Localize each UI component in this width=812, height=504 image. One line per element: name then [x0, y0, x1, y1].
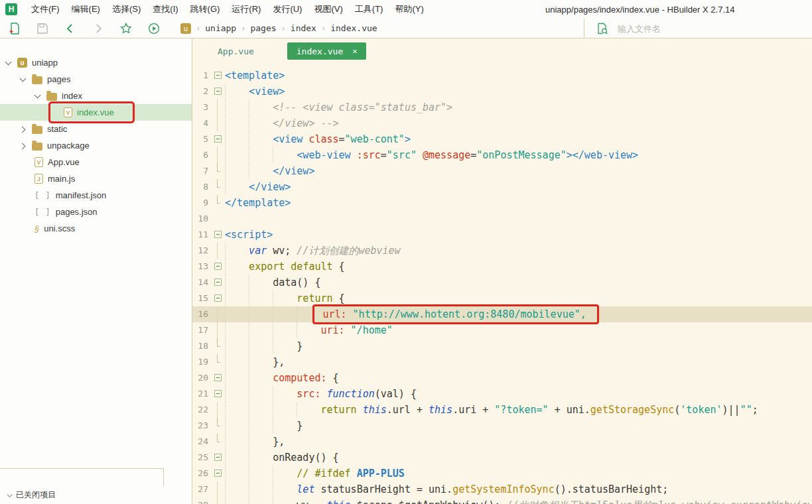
code-text: var wv; //计划创建的webview — [225, 243, 401, 259]
code-line-14[interactable]: 14data() { — [192, 275, 812, 290]
tab-index.vue[interactable]: index.vue✕ — [287, 42, 367, 60]
code-line-20[interactable]: 20computed: { — [192, 370, 812, 386]
fold-guide — [214, 338, 223, 354]
close-tab-icon[interactable]: ✕ — [352, 46, 357, 56]
tree-item-pages[interactable]: pages — [0, 71, 192, 88]
chevron-right-icon[interactable] — [20, 143, 27, 149]
code-line-21[interactable]: 21src: function(val) { — [192, 386, 812, 402]
tree-item-index[interactable]: index — [0, 88, 192, 104]
code-line-22[interactable]: 22return this.url + this.uri + "?token="… — [192, 402, 812, 418]
code-line-12[interactable]: 12var wv; //计划创建的webview — [192, 243, 812, 259]
chevron-down-icon[interactable] — [20, 76, 27, 83]
code-line-11[interactable]: 11<script> — [192, 227, 812, 243]
search-input[interactable] — [618, 24, 783, 34]
breadcrumb-separator-icon: › — [321, 24, 326, 33]
code-line-8[interactable]: 8</view> — [192, 179, 812, 195]
fold-toggle-icon[interactable] — [214, 84, 223, 99]
line-number: 27 — [192, 481, 208, 497]
breadcrumb-item[interactable]: index — [291, 23, 316, 33]
line-number: 9 — [192, 195, 208, 211]
code-line-27[interactable]: 27let statusBarHeight = uni.getSystemInf… — [192, 481, 812, 497]
code-line-23[interactable]: 23} — [192, 418, 812, 434]
fold-toggle-icon[interactable] — [214, 386, 223, 402]
forward-button[interactable] — [92, 22, 105, 35]
chevron-right-icon[interactable] — [20, 126, 27, 133]
menu-item-5[interactable]: 运行(R) — [226, 1, 267, 18]
breadcrumb-item[interactable]: uniapp — [205, 23, 236, 33]
save-button[interactable] — [36, 22, 49, 35]
menu-item-8[interactable]: 工具(T) — [349, 1, 389, 18]
menu-item-9[interactable]: 帮助(Y) — [389, 1, 429, 18]
menu-item-3[interactable]: 查找(I) — [147, 1, 184, 18]
code-line-10[interactable]: 10 — [192, 211, 812, 227]
menu-item-2[interactable]: 选择(S) — [106, 1, 147, 18]
tree-item-index.vue[interactable]: Vindex.vue — [0, 104, 192, 121]
scss-file-icon: § — [34, 223, 39, 233]
fold-toggle-icon[interactable] — [214, 275, 223, 290]
fold-guide — [214, 322, 223, 338]
tree-item-label: static — [47, 124, 67, 134]
fold-guide — [214, 163, 223, 179]
breadcrumb-item[interactable]: index.vue — [330, 23, 377, 33]
tree-item-unpackage[interactable]: unpackage — [0, 137, 192, 154]
code-line-18[interactable]: 18} — [192, 338, 812, 354]
line-number: 14 — [192, 275, 208, 290]
back-button[interactable] — [64, 22, 77, 35]
code-text: <view> — [225, 84, 285, 99]
tree-item-manifest.json[interactable]: [ ]manifest.json — [0, 187, 192, 204]
code-line-3[interactable]: 3<!-- <view class="status_bar"> — [192, 99, 812, 115]
fold-toggle-icon[interactable] — [214, 227, 223, 243]
menu-item-6[interactable]: 发行(U) — [267, 1, 308, 18]
line-number: 12 — [192, 243, 208, 259]
line-number: 10 — [192, 211, 208, 227]
code-text: wv = this.$scope.$getAppWebview(); //此对象… — [225, 497, 812, 504]
code-line-13[interactable]: 13export default { — [192, 259, 812, 275]
fold-toggle-icon[interactable] — [214, 68, 223, 84]
line-number: 15 — [192, 290, 208, 306]
code-line-4[interactable]: 4</view> --> — [192, 115, 812, 131]
menu-item-0[interactable]: 文件(F) — [25, 1, 66, 18]
favorite-button[interactable] — [119, 22, 133, 35]
menu-item-1[interactable]: 编辑(E) — [66, 1, 106, 18]
code-line-9[interactable]: 9</template> — [192, 195, 812, 211]
menu-item-7[interactable]: 视图(V) — [308, 1, 348, 18]
code-line-5[interactable]: 5<view class="web-cont"> — [192, 131, 812, 147]
code-line-7[interactable]: 7</view> — [192, 163, 812, 179]
tree-item-pages.json[interactable]: [ ]pages.json — [0, 204, 192, 220]
fold-toggle-icon[interactable] — [214, 450, 223, 466]
json-file-icon: [ ] — [34, 208, 51, 217]
code-line-25[interactable]: 25onReady() { — [192, 450, 812, 466]
code-line-2[interactable]: 2<view> — [192, 84, 812, 99]
new-file-button[interactable] — [8, 22, 21, 35]
run-button[interactable] — [147, 22, 161, 35]
code-line-6[interactable]: 6<web-view :src="src" @message="onPostMe… — [192, 147, 812, 163]
code-text: }, — [225, 434, 285, 450]
fold-toggle-icon[interactable] — [214, 290, 223, 306]
fold-toggle-icon[interactable] — [214, 370, 223, 386]
menu-item-4[interactable]: 跳转(G) — [184, 1, 226, 18]
line-number: 18 — [192, 338, 208, 354]
code-line-1[interactable]: 1<template> — [192, 68, 812, 84]
code-line-17[interactable]: 17uri: "/home" — [192, 322, 812, 338]
tree-item-App.vue[interactable]: VApp.vue — [0, 154, 192, 170]
tree-item-static[interactable]: static — [0, 121, 192, 137]
code-line-19[interactable]: 19}, — [192, 354, 812, 370]
tab-App.vue[interactable]: App.vue — [202, 46, 270, 56]
chevron-down-icon[interactable] — [5, 60, 12, 66]
code-line-16[interactable]: 16url: "http://www.hotent.org:8480/mobil… — [192, 306, 812, 322]
fold-toggle-icon[interactable] — [214, 131, 223, 147]
tree-item-uni.scss[interactable]: §uni.scss — [0, 220, 192, 237]
fold-toggle-icon[interactable] — [214, 259, 223, 275]
tree-item-main.js[interactable]: Jmain.js — [0, 170, 192, 187]
code-line-24[interactable]: 24}, — [192, 434, 812, 450]
code-line-28[interactable]: 28wv = this.$scope.$getAppWebview(); //此… — [192, 497, 812, 504]
chevron-down-icon[interactable] — [34, 93, 41, 99]
tree-item-label: index — [62, 91, 82, 101]
code-line-26[interactable]: 26// #ifdef APP-PLUS — [192, 466, 812, 481]
line-number: 17 — [192, 322, 208, 338]
fold-guide — [214, 99, 223, 115]
breadcrumb-item[interactable]: pages — [250, 23, 276, 33]
tree-item-uniapp[interactable]: uuniapp — [0, 54, 192, 71]
fold-toggle-icon[interactable] — [214, 466, 223, 481]
closed-projects-section[interactable]: 已关闭项目 — [0, 486, 56, 504]
